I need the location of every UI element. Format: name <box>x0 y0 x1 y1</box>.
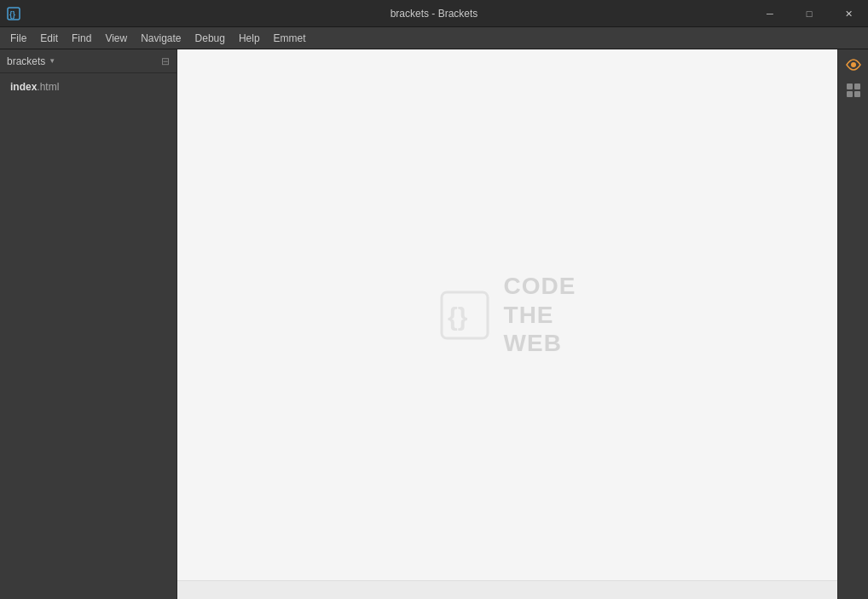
maximize-button[interactable]: □ <box>790 0 829 27</box>
menu-debug[interactable]: Debug <box>188 30 232 47</box>
file-tree: index.html <box>0 73 176 101</box>
sidebar-toggle-button[interactable]: ⊟ <box>161 55 170 67</box>
project-dropdown-arrow: ▼ <box>49 57 55 65</box>
svg-rect-7 <box>847 91 853 97</box>
brackets-logo-icon: {} <box>439 290 490 341</box>
editor-content[interactable]: {} CODE THE WEB <box>177 49 837 580</box>
menu-find[interactable]: Find <box>65 30 98 47</box>
live-preview-button[interactable] <box>842 53 865 77</box>
title-bar: {} brackets - Brackets ─ □ ✕ <box>0 0 868 27</box>
menu-emmet[interactable]: Emmet <box>267 30 313 47</box>
svg-point-4 <box>851 62 856 67</box>
menu-help[interactable]: Help <box>232 30 267 47</box>
window-controls: ─ □ ✕ <box>750 0 868 27</box>
extension-manager-button[interactable] <box>842 78 865 102</box>
editor-area: {} CODE THE WEB <box>177 49 837 599</box>
watermark-line3: WEB <box>504 329 576 358</box>
svg-rect-6 <box>854 84 860 89</box>
right-panel <box>837 49 868 599</box>
editor-status-bar <box>177 580 837 599</box>
menu-bar: File Edit Find View Navigate Debug Help … <box>0 27 868 49</box>
file-name-ext: .html <box>37 81 59 93</box>
svg-text:{}: {} <box>9 10 16 19</box>
sidebar-toggle-icon: ⊟ <box>161 55 170 67</box>
sidebar-header: brackets ▼ ⊟ <box>0 49 176 73</box>
menu-view[interactable]: View <box>98 30 134 47</box>
minimize-button[interactable]: ─ <box>750 0 790 27</box>
project-name-label: brackets <box>7 55 45 67</box>
close-button[interactable]: ✕ <box>829 0 868 27</box>
menu-navigate[interactable]: Navigate <box>134 30 188 47</box>
main-layout: brackets ▼ ⊟ index.html {} CODE <box>0 49 868 599</box>
file-name-bold: index <box>10 81 37 93</box>
window-title: brackets - Brackets <box>391 8 478 20</box>
svg-text:{}: {} <box>448 302 468 331</box>
menu-file[interactable]: File <box>3 30 33 47</box>
svg-rect-5 <box>847 84 853 89</box>
file-item-index-html[interactable]: index.html <box>0 77 176 97</box>
sidebar: brackets ▼ ⊟ index.html <box>0 49 177 599</box>
menu-edit[interactable]: Edit <box>33 30 65 47</box>
extension-manager-icon <box>845 82 862 99</box>
app-icon: {} <box>7 7 20 20</box>
live-preview-icon <box>845 56 862 73</box>
watermark: {} CODE THE WEB <box>439 272 576 358</box>
watermark-line2: THE <box>504 301 576 330</box>
svg-rect-8 <box>854 91 860 97</box>
project-name[interactable]: brackets ▼ <box>7 55 55 67</box>
watermark-line1: CODE <box>504 272 576 301</box>
watermark-text: CODE THE WEB <box>504 272 576 358</box>
